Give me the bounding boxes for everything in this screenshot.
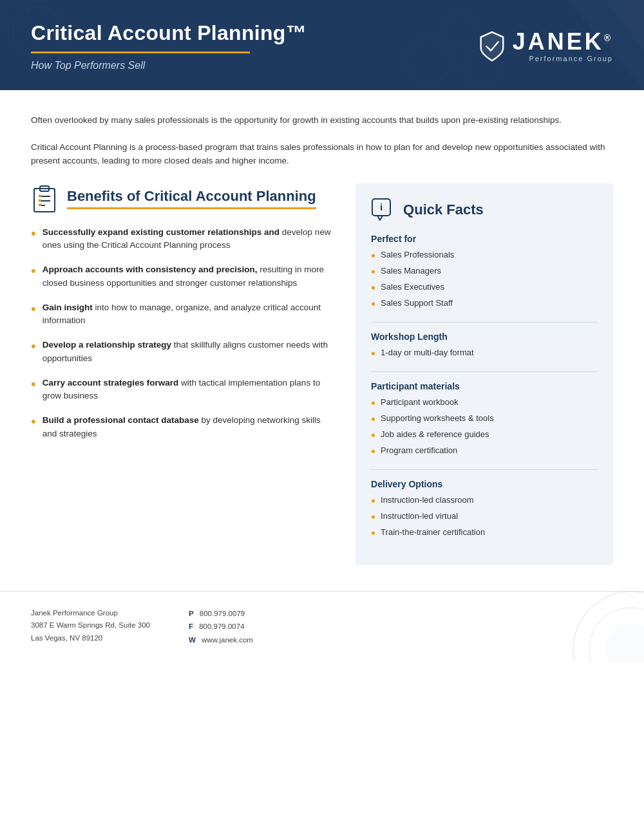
list-item: • Job aides & reference guides	[371, 429, 598, 442]
quick-facts-header: i Quick Facts	[371, 198, 598, 222]
benefit-text: Successfully expand existing customer re…	[43, 226, 337, 252]
qf-item-text: Participant workbook	[381, 397, 459, 408]
qf-item-text: 1-day or multi-day format	[381, 347, 474, 359]
list-item: • Instruction-led virtual	[371, 510, 598, 523]
qf-item-text: Instruction-led classroom	[381, 494, 474, 506]
list-item: • Approach accounts with consistency and…	[31, 263, 337, 290]
benefits-column: Benefits of Critical Account Planning • …	[31, 183, 337, 565]
section-divider	[371, 371, 598, 372]
bullet-icon: •	[371, 297, 375, 310]
quick-facts-column: i Quick Facts Perfect for • Sales Profes…	[355, 183, 613, 565]
benefits-list: • Successfully expand existing customer …	[31, 226, 337, 440]
bullet-icon: •	[371, 397, 375, 409]
benefit-text: Carry account strategies forward with ta…	[43, 377, 337, 403]
benefit-text: Gain insight into how to manage, organiz…	[43, 301, 337, 328]
svg-text:i: i	[380, 201, 383, 212]
bullet-icon: •	[31, 227, 36, 241]
bullet-icon: •	[371, 494, 375, 507]
list-item: • Gain insight into how to manage, organ…	[31, 301, 337, 328]
address-line-1: 3087 E Warm Springs Rd, Suite 300	[31, 619, 150, 632]
phone-number: 800.979.0079	[200, 610, 245, 617]
list-item: • Sales Managers	[371, 265, 598, 278]
logo-text: JANEK® Performance Group	[513, 30, 613, 62]
qf-section-title: Delivery Options	[371, 479, 598, 489]
page-title: Critical Account Planning™	[31, 21, 307, 45]
qf-list: • Sales Professionals • Sales Managers •…	[371, 249, 598, 310]
qf-section-title: Participant materials	[371, 381, 598, 391]
svg-point-14	[589, 608, 644, 662]
bullet-icon: •	[31, 415, 36, 429]
qf-item-text: Sales Support Staff	[381, 297, 453, 309]
list-item: • Sales Professionals	[371, 249, 598, 262]
list-item: • Participant workbook	[371, 397, 598, 409]
list-item: • Train-the-trainer certification	[371, 527, 598, 539]
bullet-icon: •	[31, 377, 36, 391]
janek-logo: JANEK® Performance Group	[478, 30, 613, 62]
web-url: www.janek.com	[202, 636, 253, 644]
footer-decorative-shape	[554, 585, 644, 662]
fax-number: 800.979.0074	[199, 622, 244, 630]
footer-contact: P 800.979.0079 F 800.979.0074 W www.jane…	[189, 607, 253, 647]
section-divider	[371, 322, 598, 323]
footer-web: W www.janek.com	[189, 633, 253, 647]
footer-address: Janek Performance Group 3087 E Warm Spri…	[31, 607, 150, 645]
fax-label: F	[189, 622, 193, 630]
qf-item-text: Sales Professionals	[381, 249, 454, 261]
svg-rect-8	[39, 199, 41, 201]
section-divider	[371, 469, 598, 470]
qf-item-text: Instruction-led virtual	[381, 510, 458, 522]
benefit-text: Develop a relationship strategy that ski…	[43, 339, 337, 365]
svg-point-15	[605, 624, 644, 662]
list-item: • Develop a relationship strategy that s…	[31, 339, 337, 365]
benefit-text: Approach accounts with consistency and p…	[43, 263, 337, 290]
bullet-icon: •	[371, 429, 375, 442]
bullet-icon: •	[31, 302, 36, 316]
company-name: Janek Performance Group	[31, 607, 150, 620]
list-item: • Supporting worksheets & tools	[371, 413, 598, 426]
page-header: Critical Account Planning™ How Top Perfo…	[0, 0, 644, 90]
title-underline	[31, 51, 250, 53]
logo-subtext: Performance Group	[513, 55, 613, 62]
bullet-icon: •	[371, 527, 375, 539]
svg-marker-11	[377, 216, 383, 220]
bullet-icon: •	[371, 249, 375, 262]
bullet-icon: •	[371, 413, 375, 426]
list-item: • Sales Executives	[371, 281, 598, 294]
bullet-icon: •	[371, 445, 375, 458]
footer-phone: P 800.979.0079	[189, 607, 253, 621]
bullet-icon: •	[371, 510, 375, 523]
list-item: • Program certification	[371, 445, 598, 458]
benefits-header: Benefits of Critical Account Planning	[31, 183, 337, 214]
janek-shield-icon	[478, 31, 506, 62]
page-body: Often overlooked by many sales professio…	[0, 90, 644, 565]
qf-item-text: Sales Executives	[381, 281, 444, 293]
list-item: • 1-day or multi-day format	[371, 347, 598, 360]
qf-list: • 1-day or multi-day format	[371, 347, 598, 360]
list-item: • Instruction-led classroom	[371, 494, 598, 507]
svg-rect-7	[39, 194, 41, 197]
address-line-2: Las Vegas, NV 89120	[31, 632, 150, 645]
qf-section-participant-materials: Participant materials • Participant work…	[371, 381, 598, 458]
quick-facts-title: Quick Facts	[403, 201, 484, 218]
logo-name: JANEK®	[513, 30, 613, 53]
header-left: Critical Account Planning™ How Top Perfo…	[31, 21, 307, 71]
qf-item-text: Supporting worksheets & tools	[381, 413, 494, 424]
two-column-layout: Benefits of Critical Account Planning • …	[31, 183, 613, 565]
qf-item-text: Train-the-trainer certification	[381, 527, 485, 538]
benefits-title: Benefits of Critical Account Planning	[67, 188, 316, 209]
qf-item-text: Job aides & reference guides	[381, 429, 489, 440]
bullet-icon: •	[371, 347, 375, 360]
phone-label: P	[189, 610, 194, 617]
list-item: • Carry account strategies forward with …	[31, 377, 337, 403]
qf-item-text: Sales Managers	[381, 265, 441, 277]
bullet-icon: •	[31, 339, 36, 353]
qf-list: • Instruction-led classroom • Instructio…	[371, 494, 598, 539]
clipboard-icon	[31, 183, 58, 214]
qf-item-text: Program certification	[381, 445, 457, 456]
intro-para-1: Often overlooked by many sales professio…	[31, 113, 613, 127]
qf-list: • Participant workbook • Supporting work…	[371, 397, 598, 458]
footer-fax: F 800.979.0074	[189, 620, 253, 633]
bullet-icon: •	[371, 281, 375, 294]
qf-section-delivery-options: Delivery Options • Instruction-led class…	[371, 479, 598, 539]
benefit-text: Build a professional contact database by…	[43, 414, 337, 440]
